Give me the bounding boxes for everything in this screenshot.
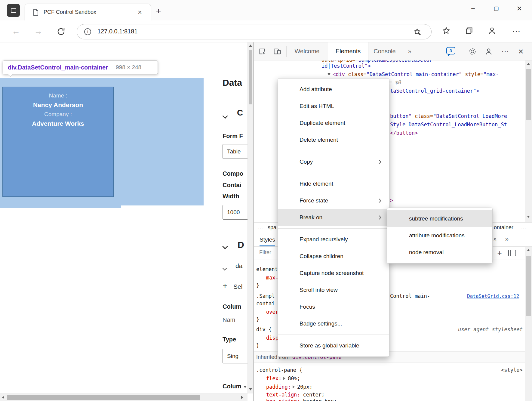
settings-gear-icon[interactable] [469, 48, 476, 55]
scrollbar-thumb[interactable] [249, 50, 252, 104]
submenu-item-node-removal[interactable]: node removal [387, 244, 492, 261]
style-source-link[interactable]: DataSetGrid.css:12 [467, 292, 519, 300]
style-rule-selector[interactable]: div { [256, 326, 272, 333]
tab-styles[interactable]: Styles [260, 233, 275, 246]
scroll-up-arrow-icon[interactable] [527, 249, 530, 251]
scrollbar-thumb[interactable] [7, 395, 200, 400]
style-property-line[interactable]: flex:80%; [266, 375, 300, 382]
toggle-sidebar-icon[interactable] [508, 250, 516, 256]
style-rule-selector-wrap[interactable]: contai [256, 300, 275, 307]
code-line-button[interactable]: button" class="DataSetControl_LoadMore [390, 113, 507, 120]
chevron-down-icon[interactable] [222, 244, 228, 249]
menu-item-hide-element[interactable]: Hide element [278, 175, 389, 192]
expand-triangle-icon[interactable] [328, 73, 331, 76]
tab-console[interactable]: Console [368, 42, 401, 60]
tab-close-icon[interactable]: × [135, 8, 145, 17]
style-property-line[interactable]: over [266, 308, 278, 316]
refresh-icon[interactable] [57, 27, 66, 36]
scroll-down-arrow-icon[interactable] [249, 388, 252, 390]
add-icon[interactable]: + [223, 281, 227, 291]
form-factor-dropdown[interactable]: Table [223, 144, 248, 159]
scrollbar-thumb[interactable] [526, 256, 531, 316]
submenu-item-attribute-modifications[interactable]: attribute modifications [387, 227, 492, 244]
styles-scrollbar[interactable] [525, 247, 532, 401]
profile-avatar-icon[interactable] [488, 26, 496, 35]
menu-item-force-state[interactable]: Force state [278, 192, 389, 209]
new-style-rule-icon[interactable]: + [494, 248, 505, 258]
width-input[interactable]: 1000 [223, 205, 248, 220]
menu-item-duplicate-element[interactable]: Duplicate element [278, 115, 389, 131]
tab-fragment[interactable]: s [494, 236, 497, 243]
panel-heading-d[interactable]: D [238, 240, 244, 250]
expand-shorthand-icon[interactable] [293, 385, 295, 388]
scroll-down-arrow-icon[interactable] [527, 216, 530, 218]
sidebar-more-tabs-icon[interactable]: » [505, 236, 509, 242]
devtools-more-icon[interactable]: ⋯ [499, 42, 511, 60]
style-rule-origin[interactable]: <style> [501, 366, 523, 374]
scroll-right-arrow-icon[interactable] [241, 396, 243, 399]
scrollbar-thumb[interactable] [526, 69, 531, 120]
menu-item-break-on[interactable]: Break on [278, 209, 389, 226]
forward-button[interactable]: → [31, 24, 45, 38]
tab-actions-icon[interactable] [7, 4, 20, 17]
breadcrumb-crumb[interactable]: spa [268, 224, 276, 231]
page-horizontal-scrollbar[interactable] [0, 393, 248, 401]
feedback-person-icon[interactable] [485, 48, 493, 55]
menu-item-edit-as-html[interactable]: Edit as HTML [278, 98, 389, 115]
favorites-star-icon[interactable] [442, 26, 451, 35]
collections-icon[interactable] [465, 26, 473, 35]
panel-section-heading[interactable]: C [237, 108, 243, 118]
url-text[interactable]: 127.0.0.1:8181 [97, 28, 137, 35]
site-info-icon[interactable]: i [84, 28, 91, 35]
scroll-up-arrow-icon[interactable] [249, 45, 252, 47]
issues-counter-icon[interactable]: 3 [446, 47, 455, 54]
add-favorite-icon[interactable] [413, 28, 422, 36]
menu-item-scroll-into-view[interactable]: Scroll into view [278, 282, 389, 298]
stylesheet-link[interactable]: DataSetGrid.css:12 [467, 293, 519, 299]
browser-tab[interactable]: PCF Control Sandbox × [25, 4, 151, 20]
browser-menu-icon[interactable]: ⋯ [509, 24, 523, 38]
page-vertical-scrollbar[interactable] [248, 42, 253, 393]
code-line-tail[interactable]: > [390, 197, 393, 204]
device-toolbar-icon[interactable] [273, 47, 281, 56]
url-bar[interactable]: i 127.0.0.1:8181 [77, 24, 432, 39]
style-property-line[interactable]: max- [266, 274, 278, 281]
code-line-button-wrap[interactable]: Style DataSetControl_LoadMoreButton_St [390, 121, 507, 128]
style-rule-selector[interactable]: .control-pane { [256, 366, 303, 374]
menu-item-copy[interactable]: Copy [278, 153, 389, 170]
type-dropdown[interactable]: Sing [223, 349, 248, 363]
scroll-up-arrow-icon[interactable] [527, 63, 530, 65]
submenu-item-subtree-modifications[interactable]: subtree modifications [387, 210, 492, 227]
menu-item-badge-settings[interactable]: Badge settings... [278, 315, 389, 332]
style-property-line[interactable]: padding:20px; [266, 383, 312, 390]
menu-item-add-attribute[interactable]: Add attribute [278, 81, 389, 98]
maximize-button[interactable]: ▢ [489, 2, 504, 15]
breadcrumb-ellipsis[interactable]: … [521, 224, 526, 231]
style-property-line[interactable]: text-align:center; [266, 391, 324, 398]
breadcrumb-crumb[interactable]: ontainer [494, 224, 513, 231]
tab-welcome[interactable]: Welcome [290, 42, 324, 60]
new-tab-button[interactable]: + [153, 5, 164, 17]
menu-item-delete-element[interactable]: Delete element [278, 131, 389, 148]
inspect-element-icon[interactable] [258, 47, 266, 56]
menu-item-expand-recursively[interactable]: Expand recursively [278, 231, 389, 248]
elements-scrollbar[interactable] [525, 60, 532, 222]
code-line-main-container[interactable]: <div class="DataSetControl_main-containe… [328, 71, 499, 78]
tab-elements[interactable]: Elements [328, 42, 368, 60]
panel-add-label[interactable]: Sel [233, 283, 242, 290]
style-rule-selector[interactable]: .Sampl [256, 292, 275, 300]
menu-item-store-as-global-variable[interactable]: Store as global variable [278, 337, 389, 354]
code-line-button-close[interactable]: </button> [390, 129, 418, 137]
window-close-button[interactable]: × [512, 2, 527, 15]
minimize-button[interactable]: ─ [466, 2, 481, 15]
chevron-down-icon[interactable] [223, 266, 227, 270]
code-line-wrap[interactable]: id|TestControl"> [321, 62, 371, 69]
menu-item-focus[interactable]: Focus [278, 298, 389, 315]
scroll-left-arrow-icon[interactable] [2, 396, 4, 399]
style-property-line[interactable]: disp [266, 334, 278, 341]
style-rule-selector-fragment[interactable]: Control_main- [390, 292, 430, 300]
breadcrumb-ellipsis[interactable]: … [258, 224, 263, 231]
style-property-line[interactable]: box-sizing:border-box; [266, 398, 337, 401]
more-tabs-icon[interactable]: » [404, 42, 415, 60]
menu-item-capture-node-screenshot[interactable]: Capture node screenshot [278, 265, 389, 282]
